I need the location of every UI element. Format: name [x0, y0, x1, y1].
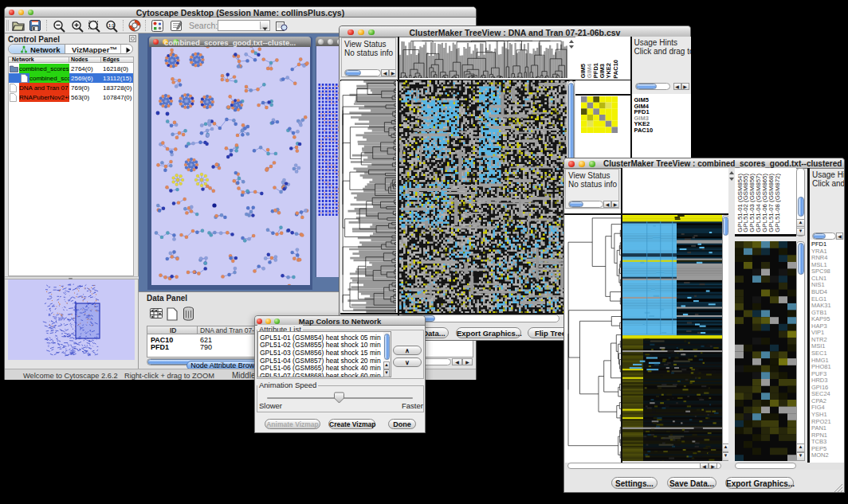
svg-text:1:1: 1:1 [108, 23, 114, 28]
